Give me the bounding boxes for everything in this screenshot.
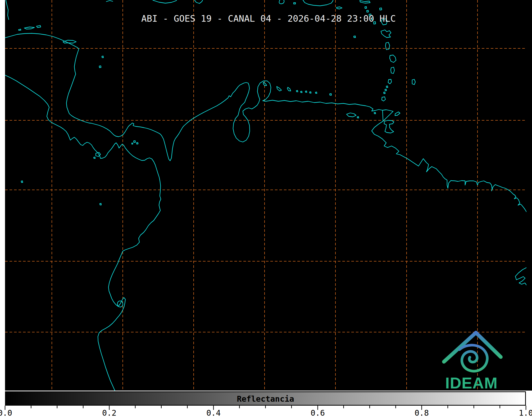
reflectance-colorbar: Reflectancia xyxy=(5,391,526,406)
tick-label-0.4: 0.4 xyxy=(206,409,221,417)
colorbar-axis xyxy=(0,406,532,417)
tick-label-0.6: 0.6 xyxy=(311,409,325,417)
colorbar-ticks xyxy=(5,406,526,410)
ideam-logo-text: IDEAM xyxy=(443,374,499,392)
map-area: ABI - GOES 19 - CANAL 04 - 2026-04-28 23… xyxy=(0,0,532,391)
logo-mountain-right-stroke xyxy=(476,333,501,357)
tick-label-0.2: 0.2 xyxy=(102,409,116,417)
ideam-logo-icon xyxy=(439,328,508,373)
map-title: ABI - GOES 19 - CANAL 04 - 2026-04-28 23… xyxy=(5,13,532,24)
tick-label-0.8: 0.8 xyxy=(415,409,429,417)
logo-hurricane-spiral xyxy=(460,345,487,371)
satellite-image-figure: ABI - GOES 19 - CANAL 04 - 2026-04-28 23… xyxy=(0,0,532,417)
colorbar-label: Reflectancia xyxy=(6,394,525,404)
tick-label-0.0: 0.0 xyxy=(0,409,12,417)
tick-label-1.0: 1.0 xyxy=(519,409,532,417)
